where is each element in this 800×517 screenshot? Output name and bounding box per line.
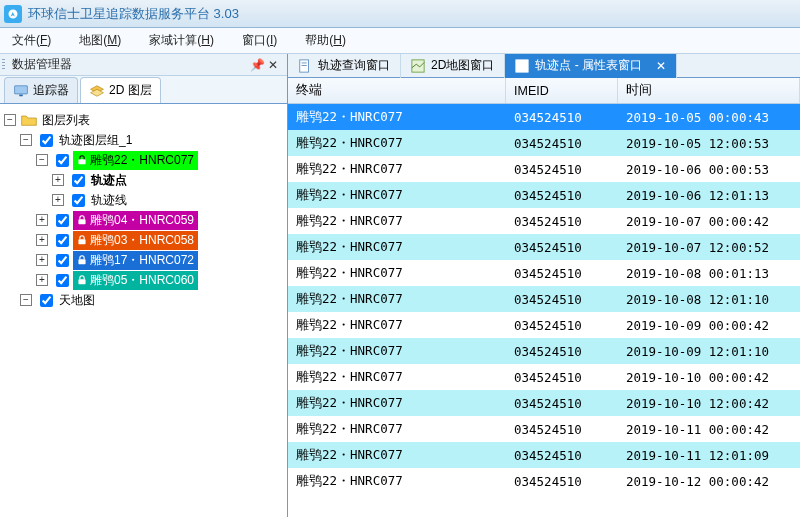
cell-imeid: 034524510	[506, 448, 618, 463]
cell-imeid: 034524510	[506, 240, 618, 255]
cell-terminal: 雕鸮22・HNRC077	[288, 369, 506, 386]
layer-badge: 雕鸮03・HNRC058	[73, 231, 198, 250]
cell-time: 2019-10-06 12:01:13	[618, 188, 800, 203]
menu-file[interactable]: 文件(F)	[12, 32, 51, 49]
layer-checkbox[interactable]	[72, 174, 85, 187]
layer-checkbox[interactable]	[56, 214, 69, 227]
menu-window[interactable]: 窗口(I)	[242, 32, 277, 49]
table-row[interactable]: 雕鸮22・HNRC077 034524510 2019-10-08 00:01:…	[288, 260, 800, 286]
svg-rect-5	[78, 219, 85, 224]
right-tabs: 轨迹查询窗口 2D地图窗口 轨迹点 - 属性表窗口 ✕	[288, 54, 800, 78]
tree-row[interactable]: +轨迹点	[4, 170, 283, 190]
table-row[interactable]: 雕鸮22・HNRC077 034524510 2019-10-11 12:01:…	[288, 442, 800, 468]
tab-2d-map[interactable]: 2D地图窗口	[401, 54, 505, 78]
document-icon	[298, 59, 312, 73]
close-icon[interactable]: ✕	[265, 58, 281, 72]
cell-time: 2019-10-07 12:00:52	[618, 240, 800, 255]
cell-terminal: 雕鸮22・HNRC077	[288, 395, 506, 412]
table-row[interactable]: 雕鸮22・HNRC077 034524510 2019-10-09 00:00:…	[288, 312, 800, 338]
layer-checkbox[interactable]	[56, 274, 69, 287]
table-row[interactable]: 雕鸮22・HNRC077 034524510 2019-10-09 12:01:…	[288, 338, 800, 364]
tree-row[interactable]: +雕鸮04・HNRC059	[4, 210, 283, 230]
tab-attr-table[interactable]: 轨迹点 - 属性表窗口 ✕	[505, 54, 677, 78]
collapse-icon[interactable]: −	[36, 154, 48, 166]
layer-checkbox[interactable]	[56, 154, 69, 167]
cell-time: 2019-10-12 00:00:42	[618, 474, 800, 489]
cell-terminal: 雕鸮22・HNRC077	[288, 317, 506, 334]
collapse-icon[interactable]: −	[20, 134, 32, 146]
left-panel: 数据管理器 📌 ✕ 追踪器 2D 图层 −图层列表−轨迹图层组_1−雕鸮22・H…	[0, 54, 288, 517]
cell-imeid: 034524510	[506, 344, 618, 359]
table-row[interactable]: 雕鸮22・HNRC077 034524510 2019-10-11 00:00:…	[288, 416, 800, 442]
layer-checkbox[interactable]	[40, 294, 53, 307]
col-terminal[interactable]: 终端	[288, 78, 506, 103]
tree-row[interactable]: −雕鸮22・HNRC077	[4, 150, 283, 170]
tree-row[interactable]: +雕鸮03・HNRC058	[4, 230, 283, 250]
tree-row[interactable]: −图层列表	[4, 110, 283, 130]
left-panel-header: 数据管理器 📌 ✕	[0, 54, 287, 76]
cell-terminal: 雕鸮22・HNRC077	[288, 343, 506, 360]
table-row[interactable]: 雕鸮22・HNRC077 034524510 2019-10-07 00:00:…	[288, 208, 800, 234]
pin-icon[interactable]: 📌	[249, 58, 265, 72]
menu-help[interactable]: 帮助(H)	[305, 32, 346, 49]
tree-row[interactable]: −轨迹图层组_1	[4, 130, 283, 150]
tree-row[interactable]: +雕鸮17・HNRC072	[4, 250, 283, 270]
expand-icon[interactable]: +	[36, 214, 48, 226]
layer-checkbox[interactable]	[40, 134, 53, 147]
cell-imeid: 034524510	[506, 370, 618, 385]
expand-icon[interactable]: +	[36, 234, 48, 246]
right-panel: 轨迹查询窗口 2D地图窗口 轨迹点 - 属性表窗口 ✕ 终端 IMEID 时间 …	[288, 54, 800, 517]
table-row[interactable]: 雕鸮22・HNRC077 034524510 2019-10-06 12:01:…	[288, 182, 800, 208]
tree-root-label: 图层列表	[40, 111, 92, 130]
tab-close-icon[interactable]: ✕	[656, 59, 666, 73]
table-row[interactable]: 雕鸮22・HNRC077 034524510 2019-10-10 00:00:…	[288, 364, 800, 390]
tree-row[interactable]: −天地图	[4, 290, 283, 310]
collapse-icon[interactable]: −	[20, 294, 32, 306]
cell-time: 2019-10-07 00:00:42	[618, 214, 800, 229]
menu-map[interactable]: 地图(M)	[79, 32, 121, 49]
svg-rect-11	[302, 65, 307, 66]
cell-imeid: 034524510	[506, 214, 618, 229]
title-bar: 环球信士卫星追踪数据服务平台 3.03	[0, 0, 800, 28]
collapse-icon[interactable]: −	[4, 114, 16, 126]
cell-imeid: 034524510	[506, 162, 618, 177]
table-row[interactable]: 雕鸮22・HNRC077 034524510 2019-10-05 12:00:…	[288, 130, 800, 156]
tree-row[interactable]: +雕鸮05・HNRC060	[4, 270, 283, 290]
cell-imeid: 034524510	[506, 136, 618, 151]
tab-2d-layer-label: 2D 图层	[109, 82, 152, 99]
table-row[interactable]: 雕鸮22・HNRC077 034524510 2019-10-05 00:00:…	[288, 104, 800, 130]
layer-checkbox[interactable]	[72, 194, 85, 207]
expand-icon[interactable]: +	[52, 194, 64, 206]
expand-icon[interactable]: +	[52, 174, 64, 186]
table-row[interactable]: 雕鸮22・HNRC077 034524510 2019-10-06 00:00:…	[288, 156, 800, 182]
cell-time: 2019-10-10 00:00:42	[618, 370, 800, 385]
tab-2d-layer[interactable]: 2D 图层	[80, 77, 161, 103]
tab-track-query[interactable]: 轨迹查询窗口	[288, 54, 401, 78]
tree-group-label: 轨迹图层组_1	[57, 131, 134, 150]
cell-imeid: 034524510	[506, 188, 618, 203]
table-row[interactable]: 雕鸮22・HNRC077 034524510 2019-10-10 12:00:…	[288, 390, 800, 416]
cell-terminal: 雕鸮22・HNRC077	[288, 109, 506, 126]
cell-terminal: 雕鸮22・HNRC077	[288, 265, 506, 282]
table-row[interactable]: 雕鸮22・HNRC077 034524510 2019-10-12 00:00:…	[288, 468, 800, 494]
cell-imeid: 034524510	[506, 318, 618, 333]
menu-bar: 文件(F) 地图(M) 家域计算(H) 窗口(I) 帮助(H)	[0, 28, 800, 54]
table-row[interactable]: 雕鸮22・HNRC077 034524510 2019-10-07 12:00:…	[288, 234, 800, 260]
expand-icon[interactable]: +	[36, 274, 48, 286]
cell-time: 2019-10-06 00:00:53	[618, 162, 800, 177]
menu-home[interactable]: 家域计算(H)	[149, 32, 214, 49]
svg-rect-10	[302, 62, 307, 63]
table-icon	[515, 59, 529, 73]
left-panel-title: 数据管理器	[12, 56, 249, 73]
grip-icon[interactable]	[2, 59, 5, 71]
svg-rect-6	[78, 239, 85, 244]
layer-checkbox[interactable]	[56, 234, 69, 247]
layer-checkbox[interactable]	[56, 254, 69, 267]
table-row[interactable]: 雕鸮22・HNRC077 034524510 2019-10-08 12:01:…	[288, 286, 800, 312]
cell-time: 2019-10-11 12:01:09	[618, 448, 800, 463]
tree-row[interactable]: +轨迹线	[4, 190, 283, 210]
col-imeid[interactable]: IMEID	[506, 78, 618, 103]
expand-icon[interactable]: +	[36, 254, 48, 266]
col-time[interactable]: 时间	[618, 78, 800, 103]
tab-tracker[interactable]: 追踪器	[4, 77, 78, 103]
